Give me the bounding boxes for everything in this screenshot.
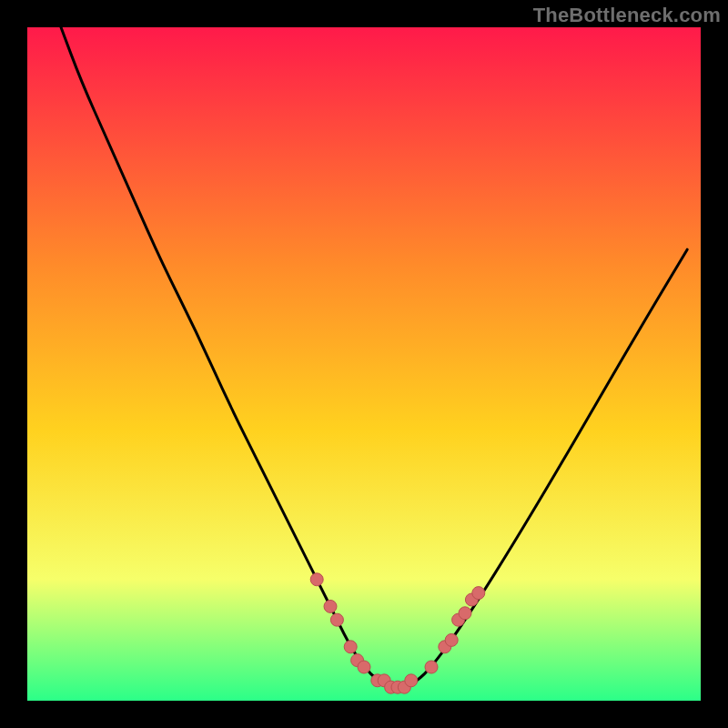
data-marker [459,607,471,620]
data-marker [358,661,370,673]
gradient-background [27,27,701,701]
data-marker [310,573,323,586]
data-marker [405,674,418,687]
chart-frame [27,27,701,701]
data-marker [425,661,438,673]
data-marker [344,641,357,653]
data-marker [472,587,485,600]
data-marker [324,600,337,612]
watermark-text: TheBottleneck.com [533,4,721,27]
data-marker [330,613,343,626]
bottleneck-plot [27,27,701,701]
data-marker [445,633,458,646]
